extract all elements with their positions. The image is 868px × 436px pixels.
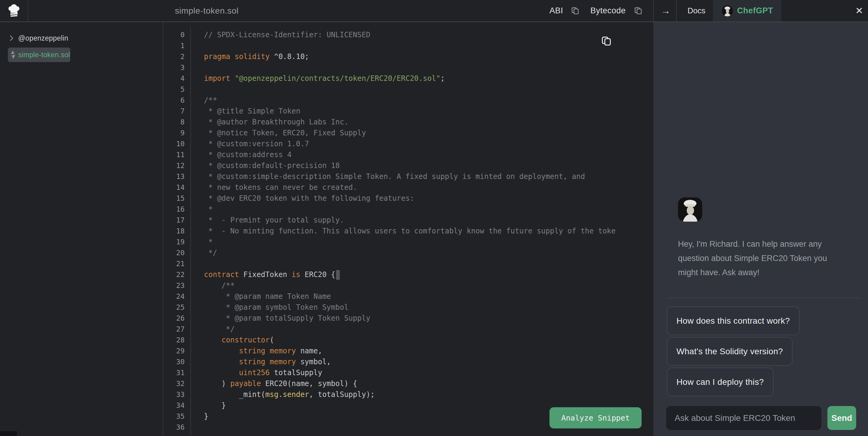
code-line[interactable] <box>204 84 653 95</box>
code-line[interactable]: */ <box>204 247 653 258</box>
code-token: . <box>279 390 283 399</box>
suggestion-chip[interactable]: What's the Solidity version? <box>667 337 793 366</box>
line-number: 12 <box>163 160 185 171</box>
code-line[interactable]: * @custom:version 1.0.7 <box>204 138 653 149</box>
code-token: FixedToken <box>239 270 291 279</box>
sidebar-item-openzeppelin[interactable]: @openzeppelin <box>0 31 163 45</box>
code-token: */ <box>204 325 235 333</box>
analyze-snippet-button[interactable]: Analyze Snippet <box>550 407 642 429</box>
code-token: sender <box>283 390 309 399</box>
code-line[interactable]: * @param totalSupply Token Supply <box>204 313 653 324</box>
code-line[interactable]: string memory symbol, <box>204 356 653 367</box>
docs-label: Docs <box>687 6 705 15</box>
line-number: 22 <box>163 269 185 280</box>
line-number: 32 <box>163 378 185 389</box>
code-token: name, <box>296 347 322 355</box>
line-number: 20 <box>163 247 185 258</box>
copy-bytecode-icon[interactable] <box>634 7 643 15</box>
line-number: 33 <box>163 389 185 400</box>
line-number-gutter: 0123456789101112131415161718192021222324… <box>163 29 185 433</box>
line-number: 15 <box>163 193 185 204</box>
code-line[interactable] <box>204 258 653 269</box>
code-line[interactable]: import "@openzeppelin/contracts/token/ER… <box>204 73 653 84</box>
code-token: * @author Breakthrough Labs Inc. <box>204 118 348 126</box>
line-number: 35 <box>163 411 185 422</box>
assistant-greeting: Hey, I'm Richard. I can help answer any … <box>678 237 834 280</box>
code-line[interactable]: pragma solidity ^0.8.10; <box>204 51 653 62</box>
code-line[interactable]: // SPDX-License-Identifier: UNLICENSED <box>204 29 653 40</box>
code-line[interactable]: * @custom:default-precision 18 <box>204 160 653 171</box>
line-number: 3 <box>163 62 185 73</box>
code-line[interactable]: * <box>204 204 653 215</box>
chat-divider <box>666 298 862 298</box>
tab-chefgpt[interactable]: ChefGPT <box>713 0 781 22</box>
bytecode-label: Bytecode <box>590 0 626 22</box>
code-line[interactable]: * - No minting function. This allows use… <box>204 226 653 236</box>
line-number: 23 <box>163 280 185 291</box>
code-line[interactable]: * @author Breakthrough Labs Inc. <box>204 116 653 128</box>
line-number: 21 <box>163 258 185 269</box>
code-line[interactable]: * @custom:address 4 <box>204 149 653 160</box>
chevron-right-icon <box>9 35 14 42</box>
chefgpt-avatar-icon <box>722 5 733 16</box>
chef-hat-icon <box>7 4 21 18</box>
sidebar-item-simple-token[interactable]: simple-token.sol <box>8 47 70 62</box>
code-line[interactable]: * new tokens can never be created. <box>204 182 653 193</box>
code-token: * @custom:version 1.0.7 <box>204 140 309 148</box>
code-line[interactable]: _mint(msg.sender, totalSupply); <box>204 389 653 400</box>
line-number: 4 <box>163 73 185 84</box>
copy-code-icon[interactable] <box>601 36 612 46</box>
code-token: ) <box>204 379 230 388</box>
code-token: /** <box>204 96 217 104</box>
copy-abi-icon[interactable] <box>571 7 580 15</box>
code-line[interactable] <box>204 62 653 73</box>
code-line[interactable]: * @notice Token, ERC20, Fixed Supply <box>204 128 653 138</box>
code-line[interactable]: * @dev ERC20 token with the following fe… <box>204 193 653 204</box>
code-line[interactable]: * @param symbol Token Symbol <box>204 302 653 313</box>
line-number: 27 <box>163 324 185 335</box>
code-line[interactable]: * - Premint your total supply. <box>204 215 653 226</box>
code-token: constructor <box>221 336 270 344</box>
code-line[interactable]: /** <box>204 280 653 291</box>
code-line[interactable]: uint256 totalSupply <box>204 367 653 378</box>
assistant-avatar <box>678 197 702 222</box>
chat-input[interactable] <box>666 406 821 430</box>
line-number: 10 <box>163 138 185 149</box>
code-token: import <box>204 74 235 83</box>
gutter-divider <box>190 27 191 436</box>
tab-docs[interactable]: Docs <box>683 0 710 22</box>
scrollbar-corner <box>0 431 17 436</box>
code-line[interactable]: contract FixedToken is ERC20 { <box>204 269 653 280</box>
code-token: * @notice Token, ERC20, Fixed Supply <box>204 129 366 137</box>
code-line[interactable]: */ <box>204 324 653 335</box>
code-line[interactable]: /** <box>204 95 653 106</box>
code-token: ; <box>440 74 444 83</box>
code-token: } <box>204 401 226 410</box>
code-line[interactable]: constructor( <box>204 335 653 345</box>
code-line[interactable]: ) payable ERC20(name, symbol) { <box>204 378 653 389</box>
code-line[interactable]: string memory name, <box>204 345 653 356</box>
code-editor[interactable]: 0123456789101112131415161718192021222324… <box>163 22 653 436</box>
code-line[interactable]: * @custom:simple-description Simple Toke… <box>204 171 653 182</box>
code-line[interactable]: * @title Simple Token <box>204 106 653 116</box>
code-token: msg <box>265 390 278 399</box>
code-token: * @param name Token Name <box>204 292 331 301</box>
suggestion-chip[interactable]: How does this contract work? <box>667 306 800 335</box>
code-line[interactable]: * <box>204 236 653 247</box>
suggestion-chip[interactable]: How can I deploy this? <box>667 368 773 396</box>
code-line[interactable]: * @param name Token Name <box>204 291 653 302</box>
line-number: 26 <box>163 313 185 324</box>
collapse-panel-button[interactable]: → <box>657 0 674 22</box>
send-button[interactable]: Send <box>827 406 856 430</box>
code-token <box>204 336 221 344</box>
code-line[interactable] <box>204 40 653 51</box>
code-token: contract <box>204 270 239 279</box>
code-token: * - Premint your total supply. <box>204 216 344 224</box>
top-bar: simple-token.sol ABI Bytecode → Docs <box>0 0 868 22</box>
chefgpt-logo-button[interactable] <box>0 0 29 22</box>
code-token: * - No minting function. This allows use… <box>204 227 616 235</box>
topbar-divider <box>653 0 654 22</box>
code-token: * @custom:address 4 <box>204 150 291 159</box>
close-button[interactable]: ✕ <box>850 0 868 22</box>
code-token: * @title Simple Token <box>204 107 300 115</box>
